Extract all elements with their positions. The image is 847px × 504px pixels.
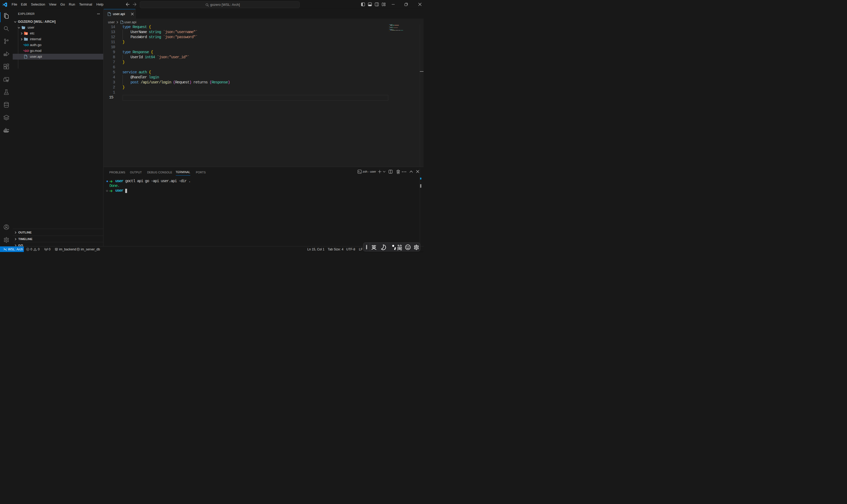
svg-text:GO: GO (24, 43, 29, 47)
svg-text:GO: GO (24, 49, 29, 52)
